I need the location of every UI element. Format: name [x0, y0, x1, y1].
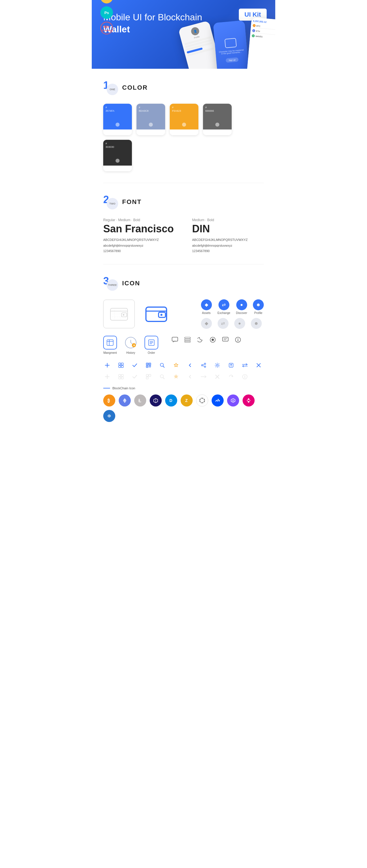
icon-transfer: [241, 361, 249, 369]
section-number-3: 3 THREE: [103, 276, 118, 291]
font-section: 2 TWO FONT Regular · Medium · Bold San F…: [92, 183, 275, 264]
svg-rect-39: [121, 366, 123, 368]
swatch-orange: #F5A623: [170, 104, 198, 135]
svg-point-84: [200, 401, 201, 402]
icon-close: [255, 361, 263, 369]
svg-text:Z: Z: [185, 398, 188, 403]
badges-column: Ps 60+ Screens: [101, 0, 113, 34]
phone-mockup-2: Character may be mastered in the good mo…: [213, 20, 250, 69]
svg-rect-38: [119, 366, 121, 368]
section-number-1: 1 ONE: [103, 80, 118, 95]
svg-point-56: [217, 364, 218, 366]
icon-main-row: ◆ Assets ⇄ Exchange ● Discover ☻ Profile: [103, 299, 264, 329]
svg-point-11: [161, 314, 163, 316]
blockchain-label: BlockChain Icon: [103, 386, 264, 390]
icon-profile-colored: ☻ Profile: [253, 299, 264, 314]
svg-rect-41: [147, 364, 148, 364]
swatch-dark: #303030: [103, 140, 132, 171]
blockchain-line-decoration: [103, 388, 110, 389]
svg-marker-87: [232, 399, 234, 402]
svg-rect-8: [146, 307, 167, 321]
svg-point-27: [211, 339, 214, 341]
svg-point-80: [202, 398, 203, 399]
section-number-2: 2 TWO: [103, 194, 118, 209]
swatch-slate: #8DA0C8: [137, 104, 165, 135]
icon-settings: [213, 361, 221, 369]
color-swatches: #3574FA #8DA0C8 #F5A623 #666666: [103, 104, 264, 171]
svg-rect-62: [119, 377, 121, 379]
crypto-waves: [211, 395, 224, 406]
svg-rect-22: [172, 337, 178, 341]
crypto-unknown2: [227, 395, 239, 406]
crypto-polkadot: [243, 395, 255, 406]
svg-point-90: [247, 400, 250, 401]
icon-stack: [184, 336, 192, 344]
svg-rect-37: [121, 363, 123, 365]
icon-grid: [117, 361, 125, 369]
svg-point-51: [204, 363, 206, 364]
font-columns: Regular · Medium · Bold San Francisco AB…: [103, 218, 264, 253]
icon-x-faded: [213, 373, 221, 381]
svg-rect-24: [185, 339, 190, 341]
icon-assets-colored: ◆ Assets: [201, 299, 212, 314]
svg-rect-36: [119, 363, 121, 365]
icon-info-faded: [241, 373, 249, 381]
icon-order: Order: [144, 336, 158, 354]
icon-qr: [144, 361, 152, 369]
svg-point-53: [204, 366, 206, 367]
icon-chevron-left: [186, 361, 194, 369]
svg-rect-60: [119, 374, 121, 376]
svg-point-83: [202, 402, 203, 403]
icon-message: [171, 336, 179, 344]
icon-profile-gray: ☻: [251, 318, 262, 329]
svg-point-3: [123, 314, 124, 316]
icon-share: [200, 361, 207, 369]
svg-rect-25: [185, 341, 190, 342]
svg-text:₿: ₿: [108, 398, 110, 403]
svg-rect-28: [223, 337, 228, 341]
icon-circle-dot: [209, 336, 217, 344]
icon-plus: [103, 361, 111, 369]
icon-management: Mangment: [103, 336, 117, 354]
icon-info: [234, 336, 242, 344]
icon-plus-faded: [103, 373, 111, 381]
svg-rect-12: [107, 340, 113, 345]
tool-icons-active: [103, 361, 264, 369]
svg-text:★: ★: [133, 344, 135, 347]
icon-wireframe-wallet: [103, 300, 135, 328]
screens-badge: 60+ Screens: [101, 22, 113, 34]
icon-arrows-faded: [200, 373, 207, 381]
svg-rect-66: [146, 377, 148, 379]
icon-colored-wallet: [140, 300, 172, 328]
icon-search-faded: [158, 373, 166, 381]
crypto-zcash: Z: [181, 395, 193, 406]
svg-rect-61: [121, 374, 123, 376]
crypto-unknown3: [103, 410, 115, 422]
swatch-blue: #3574FA: [103, 104, 132, 135]
icon-chat-bubble: [221, 336, 229, 344]
font-din: Medium · Bold DIN ABCDEFGHIJKLMNOPQRSTUV…: [192, 218, 264, 253]
font-sf: Regular · Medium · Bold San Francisco AB…: [103, 218, 175, 253]
color-section: 1 ONE COLOR #3574FA #8DA0C8 #F5A623: [92, 69, 275, 183]
app-icons-row: Mangment ★ History: [103, 336, 264, 354]
icon-upload: [227, 361, 235, 369]
crypto-unknown1: [196, 395, 208, 406]
icon-discover-gray: ●: [234, 318, 245, 329]
svg-text:D: D: [169, 398, 172, 403]
icon-section: 3 THREE ICON: [92, 265, 275, 433]
icon-grid-faded: [117, 373, 125, 381]
font-section-header: 2 TWO FONT: [103, 194, 264, 209]
crypto-litecoin: Ł: [134, 395, 146, 406]
swatch-gray: #666666: [203, 104, 232, 135]
phone-mockup-3: 6,297,502.12 B BTC 738 E ETH 564 W WAVES: [247, 17, 275, 69]
svg-rect-65: [149, 374, 151, 376]
svg-point-82: [204, 401, 205, 402]
icon-refresh-faded: [227, 373, 235, 381]
svg-point-33: [238, 338, 238, 339]
svg-point-71: [245, 375, 245, 376]
svg-line-68: [163, 378, 165, 379]
svg-rect-23: [185, 337, 190, 339]
icon-assets-gray: ◆: [201, 318, 212, 329]
icon-discover-colored: ● Discover: [236, 299, 247, 314]
sketch-badge: [101, 0, 113, 3]
